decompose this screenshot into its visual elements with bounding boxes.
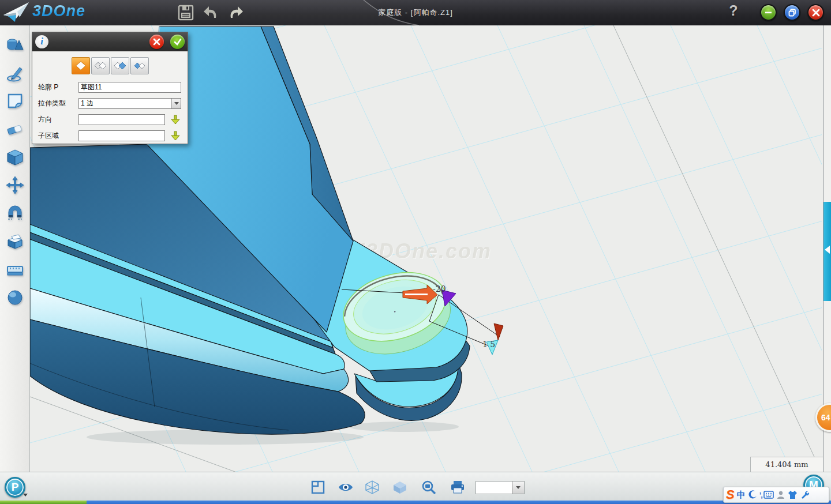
- diamond-base-icon: [75, 61, 87, 71]
- ime-settings-wrench-icon[interactable]: [799, 489, 811, 501]
- bottom-toolbar: P M S 中: [0, 472, 831, 501]
- magnet-icon: [6, 204, 24, 223]
- close-button[interactable]: [807, 4, 824, 21]
- mode-extrude-add-button[interactable]: [91, 57, 110, 74]
- mode-extrude-base-button[interactable]: [72, 57, 90, 74]
- properties-orb-button[interactable]: P: [5, 477, 25, 498]
- os-taskbar-strip: [0, 501, 831, 504]
- ime-account-icon[interactable]: [775, 489, 787, 501]
- dialog-ok-button[interactable]: [170, 35, 185, 49]
- subregion-input[interactable]: [78, 130, 165, 141]
- p-orb-letter: P: [12, 481, 19, 494]
- dropdown-button[interactable]: [512, 482, 524, 494]
- chevron-down-icon: [516, 486, 521, 489]
- measure-tool[interactable]: [0, 255, 30, 284]
- ime-punctuation-toggle[interactable]: ’,: [759, 491, 762, 499]
- deform-tool[interactable]: [0, 200, 30, 228]
- trim-tool[interactable]: [0, 115, 30, 144]
- render-tool[interactable]: [0, 283, 30, 311]
- extrude-type-row: 拉伸类型 1 边: [32, 95, 188, 111]
- direction-pick-button[interactable]: [170, 114, 181, 125]
- surface-tool[interactable]: [0, 87, 30, 115]
- minimize-button[interactable]: [760, 4, 777, 21]
- surface-sheet-icon: [6, 92, 24, 110]
- ime-skin-shirt-icon[interactable]: [787, 489, 799, 501]
- ok-check-icon: [174, 38, 182, 46]
- direction-input[interactable]: [78, 114, 165, 125]
- pick-arrow-icon: [171, 115, 180, 125]
- move-arrows-icon: [6, 176, 24, 194]
- extrude-dialog-header[interactable]: i: [32, 32, 188, 51]
- sogou-logo[interactable]: S: [726, 487, 735, 502]
- sphere-icon: [6, 288, 24, 307]
- profile-label: 轮廓 P: [38, 82, 78, 92]
- direction-handle-cone[interactable]: [494, 324, 503, 340]
- status-length-box: 41.404 mm: [750, 457, 823, 472]
- diamond-add-icon: [94, 61, 107, 71]
- chevron-down-icon: [174, 102, 179, 105]
- mode-extrude-intersect-button[interactable]: [130, 57, 149, 74]
- p-orb-caret-icon[interactable]: [23, 494, 28, 497]
- direction-label: 方向: [38, 115, 78, 125]
- visibility-eye-icon[interactable]: [338, 480, 353, 494]
- dropdown-button[interactable]: [171, 99, 181, 108]
- subregion-row: 子区域: [32, 127, 188, 144]
- dialog-cancel-button[interactable]: [149, 35, 164, 49]
- extrude-type-value: 1 边: [81, 99, 93, 108]
- wireframe-cube-icon[interactable]: [365, 480, 380, 494]
- diamond-intersect-icon: [133, 61, 146, 71]
- ruler-icon: [6, 260, 24, 279]
- sketch-pencil-icon: [6, 64, 24, 82]
- move-tool[interactable]: [0, 171, 30, 200]
- view-preset-dropdown[interactable]: [476, 481, 525, 494]
- collapse-arrow-icon: [825, 246, 830, 254]
- restore-button[interactable]: [784, 4, 800, 21]
- combine-tool[interactable]: [0, 227, 30, 255]
- ime-keyboard-icon[interactable]: [763, 489, 774, 501]
- diamond-remove-icon: [114, 61, 126, 71]
- tool-sidebar: [0, 25, 30, 472]
- subregion-label: 子区域: [38, 131, 78, 141]
- print-icon[interactable]: [450, 480, 465, 494]
- feature-tool[interactable]: [0, 143, 30, 171]
- combine-boxes-icon: [6, 232, 24, 250]
- profile-input[interactable]: [78, 82, 181, 93]
- ime-toolbar: S 中 ’,: [723, 487, 829, 503]
- pick-arrow-icon: [171, 131, 180, 141]
- sketch-tool[interactable]: [0, 59, 30, 88]
- extrude-dialog: i 轮廓 P: [32, 32, 188, 144]
- feature-cube-icon: [6, 148, 24, 167]
- extrude-type-label: 拉伸类型: [38, 99, 78, 108]
- eraser-icon: [6, 120, 24, 138]
- cancel-x-icon: [153, 38, 160, 46]
- help-button[interactable]: ?: [725, 2, 742, 22]
- offset-dimension-label: -20: [433, 284, 446, 294]
- info-icon: i: [35, 35, 48, 48]
- update-badge-count: 64: [821, 413, 830, 422]
- extrude-type-dropdown[interactable]: 1 边: [78, 98, 181, 109]
- os-taskbar-strip-green: [0, 501, 87, 504]
- viewport-layout-icon[interactable]: [311, 480, 326, 494]
- shaded-cube-icon[interactable]: [392, 480, 407, 494]
- zoom-snapshot-icon[interactable]: [421, 480, 436, 494]
- primitive-solids-tool[interactable]: [0, 31, 30, 59]
- ime-fullhalf-moon-icon[interactable]: [747, 489, 759, 501]
- disc-shadow: [349, 422, 459, 432]
- mode-extrude-remove-button[interactable]: [111, 57, 129, 74]
- direction-row: 方向: [32, 111, 188, 127]
- subregion-pick-button[interactable]: [170, 130, 181, 141]
- document-title: 家庭版 - [阿帕奇.Z1]: [0, 7, 831, 18]
- ime-language-toggle[interactable]: 中: [737, 490, 746, 501]
- profile-row: 轮廓 P: [32, 79, 188, 95]
- extrude-mode-row: [32, 51, 188, 79]
- titlebar: 3DOne 家庭版 - [阿帕奇.Z1] ?: [0, 0, 831, 25]
- draft-dimension-label: 1 5: [482, 340, 495, 349]
- primitive-solids-icon: [6, 36, 24, 54]
- status-length-value: 41.404 mm: [765, 460, 808, 469]
